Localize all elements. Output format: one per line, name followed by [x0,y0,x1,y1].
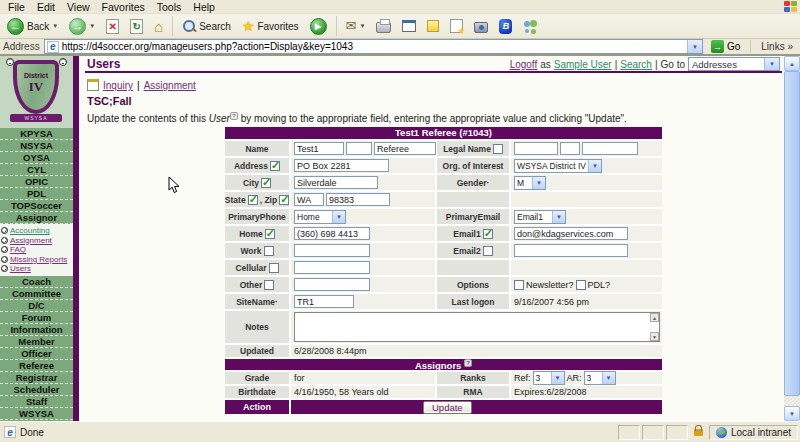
sidebar-item[interactable]: Referee [0,360,73,372]
legal-middle-input[interactable] [560,142,580,155]
gender-select[interactable]: M▼ [514,176,546,190]
scrollbar-up-icon[interactable]: ▲ [784,56,800,71]
help-icon[interactable]: ? [464,359,472,367]
sidebar-item[interactable]: CYL [0,164,73,176]
goto-select[interactable]: Addresses ▼ [688,57,780,71]
other-phone-checkbox[interactable] [264,280,274,290]
back-dropdown-icon[interactable]: ▼ [52,23,58,29]
email2-input[interactable] [514,244,628,257]
address-input[interactable]: e https://d4soccer.org/manageusers.php?a… [44,39,703,54]
sidebar-item[interactable]: TOPSoccer [0,200,73,212]
org-select[interactable]: WSYSA District IV▼ [514,159,602,173]
primary-email-dropdown-icon[interactable]: ▼ [552,211,565,223]
menu-item[interactable]: View [61,1,96,13]
sidebar-item[interactable]: Staff [0,396,73,408]
sidebar-item[interactable]: Committee [0,288,73,300]
assignment-link[interactable]: Assignment [144,80,196,91]
ref-rank-select[interactable]: 3▼ [533,371,565,385]
address-input[interactable] [294,159,389,172]
sitename-input[interactable] [294,295,354,308]
sidebar-sub-link[interactable]: Assignment [10,236,52,245]
refresh-button[interactable]: ↻ [126,18,147,35]
goto-dropdown-icon[interactable]: ▼ [764,58,779,70]
messenger-page-button[interactable] [446,18,467,34]
email1-checkbox[interactable] [483,229,493,239]
notes-textarea[interactable]: ▲ ▼ [294,312,660,342]
state-input[interactable] [294,193,324,206]
edit-button[interactable] [398,19,420,33]
state-checkbox[interactable] [248,195,258,205]
middle-name-input[interactable] [346,142,372,155]
search-button[interactable]: Search [178,18,235,34]
ref-dropdown-icon[interactable]: ▼ [551,372,564,384]
scroll-up-icon[interactable]: ▲ [650,313,659,322]
sample-user-link[interactable]: Sample User [554,59,612,70]
back-button[interactable]: ← Back ▼ [3,17,62,36]
menu-item[interactable]: Help [187,1,221,13]
newsletter-checkbox[interactable] [514,280,524,290]
sidebar-sub-link[interactable]: Missing Reports [10,255,67,264]
sidebar-item[interactable]: Assignor [0,212,73,224]
home-phone-checkbox[interactable] [265,229,275,239]
cellular-checkbox[interactable] [269,263,279,273]
first-name-input[interactable] [294,142,344,155]
menu-item[interactable]: File [2,1,31,13]
email2-checkbox[interactable] [483,246,493,256]
other-phone-input[interactable] [294,278,370,291]
legal-name-checkbox[interactable] [493,144,503,154]
ar-rank-select[interactable]: 3▼ [584,371,616,385]
primary-phone-select[interactable]: Home▼ [294,210,346,224]
sidebar-sub-link[interactable]: FAQ [10,245,26,254]
sidebar-item[interactable]: OPIC [0,176,73,188]
ar-dropdown-icon[interactable]: ▼ [602,372,615,384]
links-menu[interactable]: Links » [757,41,797,52]
sidebar-sub-link[interactable]: Accounting [10,226,50,235]
forward-dropdown-icon[interactable]: ▼ [89,23,95,29]
favorites-button[interactable]: ★ Favorites [238,19,303,33]
home-phone-input[interactable] [294,227,370,240]
address-url[interactable]: https://d4soccer.org/manageusers.php?act… [62,41,684,52]
notes-button[interactable] [423,19,443,33]
mail-dropdown-icon[interactable]: ▼ [359,23,365,29]
sidebar-item[interactable]: KPYSA [0,128,73,140]
work-phone-input[interactable] [294,244,370,257]
print-button[interactable] [372,18,395,34]
legal-first-input[interactable] [514,142,558,155]
messenger-button[interactable] [519,18,542,35]
sidebar-item[interactable]: Scheduler [0,384,73,396]
cellular-input[interactable] [294,261,370,274]
gender-dropdown-icon[interactable]: ▼ [532,177,545,189]
bluetooth-button[interactable]: B [495,18,516,35]
scrollbar-thumb[interactable] [784,71,800,396]
sidebar-item[interactable]: Coach [0,276,73,288]
go-button[interactable]: → Go [707,39,744,54]
city-input[interactable] [294,176,378,189]
legal-last-input[interactable] [582,142,638,155]
sidebar-item[interactable]: WSYSA [0,408,73,420]
work-phone-checkbox[interactable] [264,246,274,256]
sidebar-item[interactable]: Information [0,324,73,336]
address-dropdown-icon[interactable]: ▼ [687,40,702,53]
sidebar-item[interactable]: Forum [0,312,73,324]
mail-button[interactable]: ✉▼ [342,19,370,33]
menu-item[interactable]: Favorites [96,1,151,13]
scrollbar-down-icon[interactable]: ▼ [784,406,800,421]
help-icon[interactable]: ? [230,112,238,120]
email1-input[interactable] [514,227,628,240]
address-checkbox[interactable] [270,161,280,171]
zip-checkbox[interactable] [279,195,289,205]
forward-button[interactable]: → ▼ [65,17,99,36]
sidebar-item[interactable]: PDL [0,188,73,200]
menu-item[interactable]: Edit [31,1,61,13]
sidebar-item[interactable]: OYSA [0,152,73,164]
sidebar-sub-link[interactable]: Users [10,264,31,273]
org-dropdown-icon[interactable]: ▼ [588,160,601,172]
search-link[interactable]: Search [620,59,652,70]
stop-button[interactable]: ✕ [102,18,123,35]
pdl-checkbox[interactable] [576,280,586,290]
menu-item[interactable]: Tools [151,1,188,13]
page-scrollbar[interactable]: ▲ ▼ [784,56,800,421]
sidebar-item[interactable]: NSYSA [0,140,73,152]
logoff-link[interactable]: Logoff [510,59,538,70]
scroll-down-icon[interactable]: ▼ [650,332,659,341]
